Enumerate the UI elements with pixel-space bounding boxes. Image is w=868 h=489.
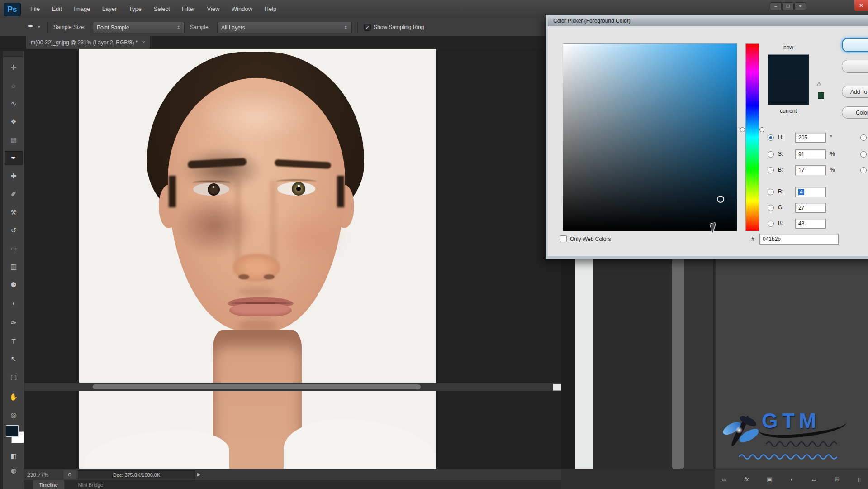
radio-brightness[interactable]	[768, 167, 774, 173]
portrait-upper-lip-shadow	[238, 287, 275, 297]
tab-mini-bridge[interactable]: Mini Bridge	[71, 480, 110, 489]
healing-brush-tool[interactable]: ✚	[5, 169, 23, 183]
quick-selection-tool[interactable]: ❖	[5, 115, 23, 129]
portrait-eye-right-glint	[298, 185, 300, 187]
radio-green[interactable]	[768, 205, 774, 211]
menu-file[interactable]: File	[25, 0, 45, 18]
sample-dropdown[interactable]: All Layers ⇕	[217, 22, 352, 33]
status-badge-icon[interactable]: ⊙	[63, 470, 76, 479]
menu-window[interactable]: Window	[227, 0, 257, 18]
layer-effects-icon[interactable]: fx	[744, 476, 749, 483]
menu-layer[interactable]: Layer	[97, 0, 122, 18]
menu-view[interactable]: View	[202, 0, 224, 18]
horizontal-scrollbar-thumb[interactable]	[93, 384, 421, 389]
menu-image[interactable]: Image	[69, 0, 95, 18]
add-to-swatches-button[interactable]: Add To Swatches	[842, 86, 868, 98]
color-libraries-button[interactable]: Color Libraries	[842, 106, 868, 119]
quick-mask-button[interactable]: ◧	[5, 449, 23, 463]
red-input[interactable]: 4	[795, 187, 826, 197]
zoom-level-field[interactable]: 230.77%	[27, 472, 48, 478]
path-selection-tool[interactable]: ↖	[5, 352, 23, 366]
document-tab[interactable]: m(00-32)_gr.jpg @ 231% (Layer 2, RGB/8) …	[26, 36, 150, 49]
saturation-brightness-field[interactable]	[563, 43, 737, 231]
eraser-tool[interactable]: ▭	[5, 241, 23, 256]
brightness-input[interactable]: 17	[795, 165, 826, 175]
menu-edit[interactable]: Edit	[47, 0, 66, 18]
tools-panel-grip[interactable]	[3, 51, 23, 57]
type-tool[interactable]: T	[5, 334, 23, 348]
menu-items: File Edit Image Layer Type Select Filter…	[25, 0, 281, 18]
crop-tool[interactable]: ▦	[5, 133, 23, 147]
hue-input[interactable]: 205	[795, 133, 826, 143]
sample-size-value: Point Sample	[97, 24, 129, 31]
radio-red[interactable]	[768, 189, 774, 195]
saturation-input[interactable]: 91	[795, 149, 826, 159]
eyedropper-preset-icon[interactable]: ✒	[28, 22, 34, 30]
portrait-bruise-under-eye	[174, 194, 256, 257]
eyedropper-tool[interactable]: ✒	[5, 151, 23, 165]
photoshop-window: Ps File Edit Image Layer Type Select Fil…	[0, 0, 868, 489]
radio-lab-b[interactable]	[860, 167, 867, 173]
close-button[interactable]: ✕	[794, 2, 806, 10]
hue-slider-marker-left[interactable]	[740, 127, 745, 132]
screen-mode-button[interactable]: ◍	[5, 463, 23, 478]
radio-lab-l[interactable]	[860, 134, 867, 141]
preset-dropdown-arrow-icon[interactable]: ▾	[38, 24, 40, 29]
scrollbar-corner-button[interactable]	[553, 384, 562, 391]
green-input[interactable]: 27	[795, 203, 826, 213]
menu-type[interactable]: Type	[124, 0, 147, 18]
minimize-button[interactable]: –	[770, 2, 782, 10]
link-layers-icon[interactable]: ∞	[722, 476, 726, 483]
zoom-tool[interactable]: ◎	[5, 408, 23, 422]
corner-close-button[interactable]: ✕	[854, 0, 868, 11]
pen-tool[interactable]: ✑	[5, 316, 23, 330]
dodge-tool[interactable]: ◖	[5, 296, 23, 310]
delete-layer-icon[interactable]: ▯	[858, 476, 861, 483]
new-current-swatch	[768, 54, 809, 105]
portrait-sideburn-right	[337, 176, 344, 207]
new-layer-icon[interactable]: ⊞	[835, 476, 840, 483]
menu-help[interactable]: Help	[260, 0, 282, 18]
web-safe-cube-icon[interactable]	[818, 92, 824, 99]
status-flyout-arrow-icon[interactable]: ▶	[197, 472, 201, 477]
hex-input[interactable]: 041b2b	[759, 234, 839, 244]
layer-group-icon[interactable]: ▱	[812, 476, 816, 483]
blur-tool[interactable]: ⚈	[5, 278, 23, 292]
menu-select[interactable]: Select	[148, 0, 175, 18]
clone-stamp-tool[interactable]: ⚒	[5, 205, 23, 220]
tab-close-icon[interactable]: ×	[142, 39, 145, 46]
hand-tool[interactable]: ✋	[5, 390, 23, 404]
tab-timeline[interactable]: Timeline	[33, 480, 64, 489]
layer-mask-icon[interactable]: ▣	[767, 476, 772, 483]
brush-tool[interactable]: ✐	[5, 187, 23, 201]
foreground-color-swatch[interactable]	[6, 425, 19, 437]
blue-input[interactable]: 43	[795, 219, 826, 229]
show-sampling-ring-checkbox[interactable]: ✓	[364, 24, 371, 31]
lasso-tool[interactable]: ∿	[5, 96, 23, 111]
gradient-tool[interactable]: ▥	[5, 259, 23, 274]
only-web-colors-checkbox[interactable]	[560, 235, 567, 242]
gamut-warning-icon[interactable]: ⚠	[816, 81, 822, 87]
doc-size-info[interactable]: Doc: 375.0K/1000.0K	[78, 470, 195, 479]
marquee-tool[interactable]: ◌	[5, 78, 23, 93]
ok-button[interactable]: OK	[842, 38, 868, 52]
restore-button[interactable]: ❐	[782, 2, 794, 10]
radio-saturation[interactable]	[768, 151, 774, 158]
horizontal-scrollbar[interactable]	[24, 383, 561, 391]
menu-filter[interactable]: Filter	[177, 0, 200, 18]
shape-tool[interactable]: ▢	[5, 370, 23, 384]
radio-blue[interactable]	[768, 221, 774, 227]
hue-slider-marker-right[interactable]	[759, 127, 764, 132]
adjustment-layer-icon[interactable]: ◐	[790, 476, 794, 483]
document-tab-title: m(00-32)_gr.jpg @ 231% (Layer 2, RGB/8) …	[31, 39, 138, 46]
dialog-title-bar[interactable]: Color Picker (Foreground Color)	[548, 15, 868, 26]
cancel-button[interactable]: Cancel	[842, 60, 868, 73]
radio-lab-a[interactable]	[860, 151, 867, 158]
color-field-marker[interactable]	[717, 196, 724, 203]
history-brush-tool[interactable]: ↺	[5, 223, 23, 238]
hue-slider[interactable]	[745, 43, 759, 231]
photo-canvas[interactable]	[79, 49, 436, 469]
radio-hue[interactable]	[768, 134, 774, 141]
sample-size-dropdown[interactable]: Point Sample ⇕	[93, 22, 185, 33]
move-tool[interactable]: ✛	[5, 60, 23, 75]
